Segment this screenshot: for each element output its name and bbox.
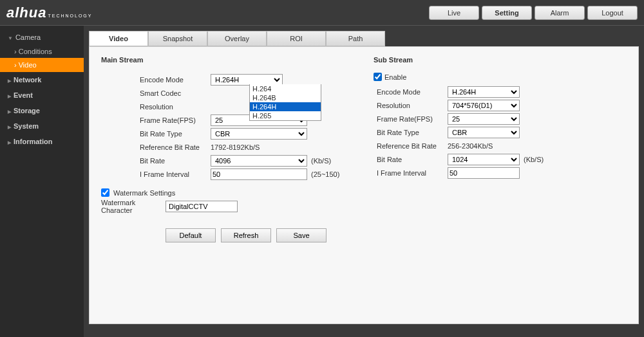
refresh-button[interactable]: Refresh (221, 228, 271, 242)
sub-enable-label: Enable (384, 73, 406, 81)
brt-label: Bit Rate Type (140, 130, 211, 138)
encode-option-h265[interactable]: H.265 (250, 111, 321, 120)
ifi-input[interactable] (211, 168, 307, 180)
default-button[interactable]: Default (166, 228, 216, 242)
wmc-input[interactable] (166, 201, 238, 212)
encode-option-h264[interactable]: H.264 (250, 84, 321, 93)
tab-snapshot[interactable]: Snapshot (148, 31, 207, 46)
tab-live[interactable]: Live (429, 6, 479, 20)
sub-encode-select[interactable]: H.264H (448, 86, 520, 98)
sub-br-label: Bit Rate (377, 156, 448, 163)
top-tabs: Live Setting Alarm Logout (429, 6, 638, 20)
watermark-checkbox[interactable] (101, 188, 109, 197)
smart-codec-label: Smart Codec (140, 89, 211, 97)
sidebar-event[interactable]: Event (0, 87, 84, 103)
sidebar-information[interactable]: Information (0, 134, 84, 149)
sub-encode-label: Encode Mode (377, 88, 448, 96)
sub-res-select[interactable]: 704*576(D1) (448, 100, 520, 111)
action-buttons: Default Refresh Save (166, 228, 627, 242)
sidebar: Camera Conditions Video Network Event St… (0, 26, 84, 337)
tab-logout[interactable]: Logout (587, 6, 638, 20)
sidebar-system[interactable]: System (0, 118, 84, 134)
encode-option-h264h[interactable]: H.264H (250, 102, 321, 111)
sidebar-network[interactable]: Network (0, 72, 84, 87)
resolution-label: Resolution (140, 103, 211, 111)
encode-mode-dropdown: H.264 H.264B H.264H H.265 (249, 84, 321, 121)
sub-br-unit: (Kb/S) (524, 156, 544, 163)
sub-fps-select[interactable]: 25 (448, 113, 520, 125)
encode-option-h264b[interactable]: H.264B (250, 93, 321, 102)
sub-ref-label: Reference Bit Rate (377, 142, 448, 150)
sub-br-select[interactable]: 1024 (448, 154, 520, 165)
sub-stream-title: Sub Stream (374, 56, 627, 64)
br-label: Bit Rate (140, 157, 211, 165)
settings-panel: Main Stream Encode Mode H.264H H.264 H.2… (89, 46, 639, 324)
sub-ifi-label: I Frame Interval (377, 169, 448, 177)
tab-video[interactable]: Video (89, 31, 148, 46)
wmc-label: Watermark Character (101, 199, 166, 214)
watermark-label: Watermark Settings (113, 189, 175, 197)
brt-select[interactable]: CBR (211, 128, 307, 140)
sub-brt-label: Bit Rate Type (377, 129, 448, 136)
sub-stream-column: Sub Stream Enable Encode ModeH.264H Reso… (374, 56, 627, 213)
content-tabs: Video Snapshot Overlay ROI Path (89, 31, 639, 46)
ref-label: Reference Bit Rate (140, 143, 211, 151)
sub-ref-value: 256-2304Kb/S (448, 142, 493, 150)
save-button[interactable]: Save (276, 228, 327, 242)
br-select[interactable]: 4096 (211, 155, 307, 167)
encode-mode-select[interactable]: H.264H (211, 74, 283, 86)
sub-ifi-input[interactable] (448, 167, 520, 179)
tab-alarm[interactable]: Alarm (535, 6, 585, 20)
br-unit: (Kb/S) (311, 157, 331, 165)
tab-roi[interactable]: ROI (267, 31, 326, 46)
tab-path[interactable]: Path (326, 31, 385, 46)
sub-brt-select[interactable]: CBR (448, 127, 520, 138)
main-stream-column: Main Stream Encode Mode H.264H H.264 H.2… (101, 56, 354, 213)
logo: alhuaTECHNOLOGY (6, 5, 92, 21)
sidebar-storage[interactable]: Storage (0, 103, 84, 118)
encode-mode-label: Encode Mode (140, 76, 211, 84)
main-stream-title: Main Stream (101, 56, 354, 64)
sub-res-label: Resolution (377, 102, 448, 109)
ifi-label: I Frame Interval (140, 170, 211, 178)
ifi-unit: (25~150) (311, 170, 339, 178)
sub-fps-label: Frame Rate(FPS) (377, 115, 448, 123)
content: Video Snapshot Overlay ROI Path Main Str… (84, 26, 644, 337)
ref-value: 1792-8192Kb/S (211, 143, 260, 151)
tab-setting[interactable]: Setting (482, 6, 532, 20)
fps-label: Frame Rate(FPS) (140, 116, 211, 124)
sub-enable-checkbox[interactable] (374, 73, 382, 81)
sidebar-conditions[interactable]: Conditions (0, 45, 84, 58)
tab-overlay[interactable]: Overlay (207, 31, 267, 46)
sidebar-camera[interactable]: Camera (0, 30, 84, 45)
header: alhuaTECHNOLOGY Live Setting Alarm Logou… (0, 0, 644, 26)
sidebar-video[interactable]: Video (0, 58, 84, 72)
